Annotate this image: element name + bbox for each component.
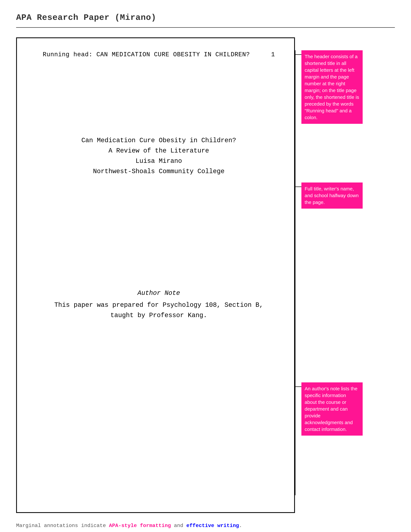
annotation-text-middle: and: [171, 523, 186, 529]
author-note-annotation-text: An author's note lists the specific info…: [305, 386, 357, 432]
apa-style-label: APA-style formatting: [109, 523, 171, 529]
author-note-annotation-row: An author's note lists the specific info…: [295, 382, 363, 436]
annotation-text-before: Marginal annotations indicate: [16, 523, 109, 529]
title-annotation-text: Full title, writer's name, and school ha…: [305, 186, 359, 205]
author-note-annotation-container: An author's note lists the specific info…: [295, 382, 363, 436]
running-head: Running head: CAN MEDICATION CURE OBESIT…: [43, 51, 250, 58]
footer-area: Marginal annotations indicate APA-style …: [16, 523, 395, 532]
author-note-text: This paper was prepared for Psychology 1…: [43, 300, 275, 321]
header-annotation-text: The header consists of a shortened title…: [305, 54, 359, 120]
annotation-text-after: .: [239, 523, 242, 529]
title-annotation-box: Full title, writer's name, and school ha…: [301, 182, 363, 209]
title-divider: [16, 27, 395, 28]
title-h-connector: [295, 187, 301, 187]
title-annotation-row: Full title, writer's name, and school ha…: [295, 182, 363, 209]
author-note-section: Author Note This paper was prepared for …: [43, 290, 275, 321]
title-line-3: Luisa Mirano: [43, 156, 275, 166]
document-wrapper: Running head: CAN MEDICATION CURE OBESIT…: [16, 38, 395, 513]
paper-document: Running head: CAN MEDICATION CURE OBESIT…: [16, 38, 295, 513]
paper-header: Running head: CAN MEDICATION CURE OBESIT…: [43, 51, 275, 58]
author-note-heading: Author Note: [43, 290, 275, 297]
author-note-line-2: taught by Professor Kang.: [43, 310, 275, 321]
page-container: APA Research Paper (Mirano) Running head…: [0, 0, 411, 532]
title-line-4: Northwest-Shoals Community College: [43, 166, 275, 177]
author-note-line-1: This paper was prepared for Psychology 1…: [43, 300, 275, 310]
paper-inner: Running head: CAN MEDICATION CURE OBESIT…: [17, 38, 294, 512]
page-number: 1: [271, 51, 275, 58]
page-title: APA Research Paper (Mirano): [16, 13, 395, 22]
title-line-1: Can Medication Cure Obesity in Children?: [43, 135, 275, 146]
header-annotation-container: The header consists of a shortened title…: [295, 50, 363, 124]
header-annotation-row: The header consists of a shortened title…: [295, 50, 363, 124]
author-note-h-connector: [295, 386, 301, 387]
title-annotation-container: Full title, writer's name, and school ha…: [295, 182, 363, 209]
header-h-connector: [295, 54, 301, 55]
footer-annotations: Marginal annotations indicate APA-style …: [16, 523, 395, 529]
right-side-annotations: The header consists of a shortened title…: [295, 38, 363, 513]
author-note-annotation-box: An author's note lists the specific info…: [301, 382, 363, 436]
effective-writing-label: effective writing: [186, 523, 239, 529]
title-block: Can Medication Cure Obesity in Children?…: [43, 135, 275, 177]
header-annotation-box: The header consists of a shortened title…: [301, 50, 363, 124]
title-line-2: A Review of the Literature: [43, 146, 275, 156]
